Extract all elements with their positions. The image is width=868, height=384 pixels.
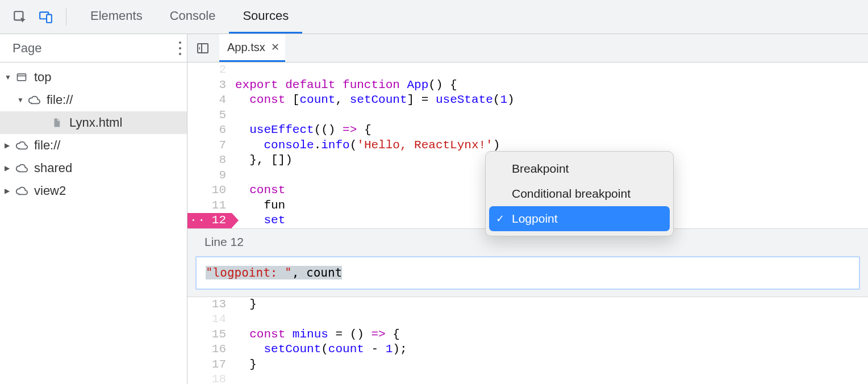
line-content[interactable] [232, 108, 235, 123]
line-number[interactable]: 4 [187, 93, 232, 108]
editor-tab-label: App.tsx [227, 41, 265, 54]
line-content[interactable]: }, []) [232, 153, 293, 168]
line-number[interactable]: 11 [187, 198, 232, 214]
tree-item-lynxhtml[interactable]: Lynx.html [0, 111, 187, 134]
tree-item-label: file:// [34, 138, 60, 153]
line-number[interactable]: 9 [187, 168, 232, 183]
code-line[interactable]: 2 [187, 62, 868, 78]
cloud-icon [15, 139, 28, 152]
cloud-icon [15, 184, 28, 198]
code-line[interactable]: 6 useEffect(() => { [187, 123, 868, 138]
line-content[interactable]: const minus = () => { [232, 327, 400, 343]
menu-item-label: Conditional breakpoint [512, 187, 631, 201]
editor-pane: App.tsx ✕ 23export default function App(… [187, 34, 868, 384]
line-content[interactable] [232, 312, 235, 327]
tree-item-label: top [34, 70, 52, 85]
check-icon: ✓ [496, 212, 504, 225]
tree-item-top[interactable]: ▼top [0, 66, 187, 89]
tree-item-label: shared [34, 161, 72, 176]
tree-item-label: Lynx.html [69, 115, 122, 130]
code-line[interactable]: 5 [187, 108, 868, 123]
line-content[interactable]: set [232, 213, 285, 228]
line-content[interactable]: const [232, 183, 285, 198]
sidebar-header: Page [0, 34, 187, 62]
line-content[interactable]: const [count, setCount] = useState(1) [232, 93, 515, 108]
line-content[interactable]: useEffect(() => { [232, 123, 372, 138]
line-content[interactable]: } [232, 357, 257, 373]
tree-item-label: view2 [34, 183, 66, 198]
inspect-element-icon[interactable] [10, 7, 30, 27]
tree-arrow-icon[interactable]: ▼ [5, 73, 12, 81]
close-tab-icon[interactable]: ✕ [271, 41, 279, 53]
main-split: Page ▼top▼file://Lynx.html▶file://▶share… [0, 34, 868, 384]
svg-rect-3 [18, 74, 26, 81]
line-content[interactable] [232, 372, 235, 384]
line-number[interactable]: 12 [187, 213, 232, 228]
line-number[interactable]: 7 [187, 138, 232, 153]
line-number[interactable]: 17 [187, 357, 232, 373]
code-line[interactable]: 16 setCount(count - 1); [187, 342, 868, 357]
line-number[interactable]: 6 [187, 123, 232, 138]
tree-arrow-icon[interactable]: ▶ [5, 141, 12, 149]
line-content[interactable]: } [232, 297, 257, 312]
line-content[interactable]: console.info('Hello, ReactLynx!') [232, 138, 500, 153]
line-number[interactable]: 8 [187, 153, 232, 168]
code-line[interactable]: 3export default function App() { [187, 78, 868, 93]
tree-item-file[interactable]: ▼file:// [0, 89, 187, 111]
code-line[interactable]: 17 } [187, 357, 868, 373]
menu-item-label: Logpoint [512, 212, 558, 226]
tree-arrow-icon[interactable]: ▶ [5, 164, 12, 172]
sidebar-title: Page [12, 41, 41, 56]
navigator-toggle-icon[interactable] [193, 39, 212, 58]
code-line[interactable]: 13 } [187, 297, 868, 312]
code-line[interactable]: 14 [187, 312, 868, 327]
line-number[interactable]: 14 [187, 312, 232, 327]
code-line[interactable]: 15 const minus = () => { [187, 327, 868, 343]
sources-sidebar: Page ▼top▼file://Lynx.html▶file://▶share… [0, 34, 187, 384]
line-content[interactable]: setCount(count - 1); [232, 342, 407, 357]
file-tree: ▼top▼file://Lynx.html▶file://▶shared▶vie… [0, 62, 187, 202]
menu-item-conditional-breakpoint[interactable]: Conditional breakpoint [489, 181, 670, 206]
line-number[interactable]: 5 [187, 108, 232, 123]
menu-item-label: Breakpoint [512, 162, 569, 176]
logpoint-input[interactable]: "logpoint: ", count [195, 256, 860, 290]
line-number[interactable]: 2 [187, 62, 232, 78]
menu-item-logpoint[interactable]: ✓Logpoint [489, 206, 670, 231]
line-content[interactable] [232, 168, 235, 183]
cloud-icon [27, 93, 41, 107]
line-number[interactable]: 3 [187, 78, 232, 93]
tab-sources[interactable]: Sources [229, 0, 302, 34]
tree-item-file[interactable]: ▶file:// [0, 134, 187, 157]
line-number[interactable]: 15 [187, 327, 232, 343]
svg-rect-2 [47, 14, 52, 22]
logpoint-editor: Line 12"logpoint: ", count [187, 228, 868, 297]
tree-item-view2[interactable]: ▶view2 [0, 180, 187, 202]
menu-item-breakpoint[interactable]: Breakpoint [489, 156, 670, 181]
line-number[interactable]: 10 [187, 183, 232, 198]
code-line[interactable]: 4 const [count, setCount] = useState(1) [187, 93, 868, 108]
toolbar-divider [66, 9, 66, 26]
file-icon [50, 116, 64, 130]
breakpoint-type-menu: BreakpointConditional breakpoint✓Logpoin… [485, 151, 674, 236]
line-content[interactable]: export default function App() { [232, 78, 457, 93]
line-content[interactable] [232, 62, 235, 78]
line-number[interactable]: 13 [187, 297, 232, 312]
cloud-icon [15, 161, 28, 175]
line-number[interactable]: 16 [187, 342, 232, 357]
tab-elements[interactable]: Elements [77, 0, 156, 34]
devtools-toolbar: Elements Console Sources [0, 0, 868, 34]
tree-item-label: file:// [47, 93, 73, 107]
code-line[interactable]: 18 [187, 372, 868, 384]
tree-arrow-icon[interactable]: ▼ [17, 96, 25, 104]
tree-item-shared[interactable]: ▶shared [0, 157, 187, 180]
tab-console[interactable]: Console [156, 0, 229, 34]
editor-tab-app[interactable]: App.tsx ✕ [219, 34, 285, 62]
window-icon [15, 70, 28, 84]
tree-arrow-icon[interactable]: ▶ [5, 187, 12, 195]
sidebar-more-icon[interactable] [179, 40, 181, 57]
line-number[interactable]: 18 [187, 372, 232, 384]
device-toggle-icon[interactable] [36, 7, 56, 27]
panel-tabs: Elements Console Sources [77, 0, 302, 34]
line-content[interactable]: fun [232, 198, 285, 214]
editor-tabstrip: App.tsx ✕ [187, 34, 868, 62]
